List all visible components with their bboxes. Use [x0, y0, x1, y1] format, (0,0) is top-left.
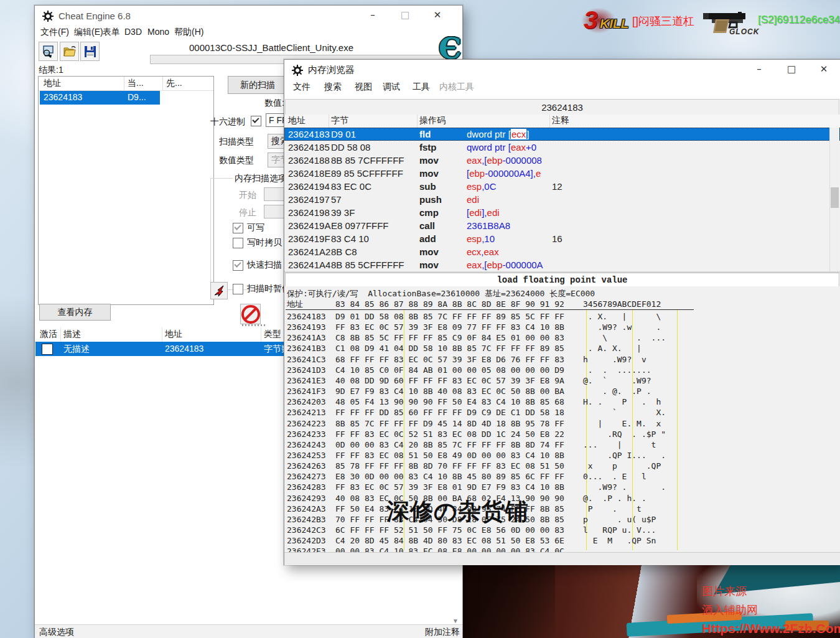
save-table-button[interactable]: [80, 42, 100, 61]
hex-header-bytes: 83 84 85 86 87 88 89 8A 8B 8C 8D 8E 8F 9…: [335, 299, 564, 309]
disasm-row[interactable]: 23624185DD 58 08fstpqword ptr [eax+0: [284, 141, 840, 154]
ct-col-address[interactable]: 地址: [165, 329, 182, 340]
ct-col-type[interactable]: 类型: [264, 329, 281, 340]
ct-col-description[interactable]: 描述: [63, 329, 81, 340]
disasm-row[interactable]: 2362419F83 C4 10addesp,1016: [284, 232, 840, 245]
mv-address-bar[interactable]: 23624183: [285, 99, 839, 116]
ce-menu-mono[interactable]: Mono: [147, 27, 169, 37]
mv-menu-kernel-tools[interactable]: 内核工具: [439, 82, 474, 93]
hex-row[interactable]: 2362420348 05 F4 13 90 90 90 FF 50 E4 83…: [287, 396, 840, 407]
ct-col-active[interactable]: 激活: [40, 329, 57, 340]
found-row[interactable]: 23624183 D9...: [39, 91, 213, 105]
view-memory-button[interactable]: 查看内存: [39, 304, 111, 321]
hex-row[interactable]: 236242D3C4 20 8D 45 84 8B 4D 80 83 EC 08…: [287, 535, 840, 546]
disasm-row[interactable]: 236241A48B 85 5CFFFFFFmoveax,[ebp-000000…: [284, 258, 840, 271]
cheat-row-active-checkbox[interactable]: [42, 344, 53, 355]
hex-row[interactable]: 23624283FF 83 EC 0C 57 39 3F E8 01 9D E7…: [287, 482, 840, 492]
advanced-options-link[interactable]: 高级选项: [39, 627, 74, 638]
hex-row[interactable]: 236241A3C8 8B 85 5C FF FF FF 85 C9 0F 84…: [287, 332, 840, 343]
hex-row[interactable]: 236242430D 00 00 83 C4 20 8B 85 7C FF FF…: [287, 439, 840, 450]
found-col-address[interactable]: 地址: [44, 78, 61, 89]
hex-row[interactable]: 236242E300 00 83 C4 10 83 EC 08 E8 00 00…: [287, 546, 840, 552]
hex-ascii: .W9? .w .: [583, 322, 661, 332]
watermark-line-1: 图片来源: [702, 582, 840, 601]
mv-minimize-button[interactable]: –: [743, 60, 775, 78]
hex-row[interactable]: 23624213FF FF FF DD 85 60 FF FF FF D9 C9…: [287, 407, 840, 418]
disasm-col-address[interactable]: 地址: [288, 115, 306, 126]
disasm-row[interactable]: 2362419AE8 0977FFFFcall2361B8A8: [284, 219, 840, 232]
disasm-scrollbar-thumb[interactable]: [831, 187, 839, 208]
disasm-opcode: call: [419, 219, 435, 232]
pause-while-scanning-checkbox[interactable]: [233, 284, 243, 294]
ce-close-button[interactable]: ✕: [421, 6, 454, 24]
ce-minimize-button[interactable]: –: [357, 6, 389, 24]
disasm-col-bytes[interactable]: 字节: [331, 115, 348, 126]
disasm-opcode: mov: [419, 167, 439, 180]
disasm-opcode: add: [419, 232, 436, 245]
found-col-previous[interactable]: 先...: [166, 78, 182, 89]
save-floppy-icon: [83, 45, 97, 59]
hex-row[interactable]: 236241C368 FF FF FF 83 EC 0C 57 39 3F E8…: [287, 354, 840, 365]
ce-titlebar[interactable]: Cheat Engine 6.8 – □ ✕: [35, 6, 462, 26]
found-row-value: D9...: [128, 92, 146, 102]
disasm-row[interactable]: 2362418E89 85 5CFFFFFFmov[ebp-000000A4],…: [284, 167, 840, 180]
hex-row[interactable]: 23624183D9 01 DD 58 08 8B 85 7C FF FF FF…: [287, 311, 840, 322]
hex-dump-view[interactable]: 保护:可执行/读/写 AllocationBase=23610000 基址=23…: [284, 286, 840, 552]
disasm-row[interactable]: 2362419483 EC 0Csubesp,0C12: [284, 180, 840, 193]
splitter-handle[interactable]: [242, 324, 267, 326]
disasm-row[interactable]: 2362419839 3Fcmp[edi],edi: [284, 206, 840, 219]
hex-row[interactable]: 236241F39D E7 F9 83 C4 10 8B 40 08 83 EC…: [287, 386, 840, 396]
mv-menu-file[interactable]: 文件: [293, 82, 310, 93]
mv-titlebar[interactable]: 内存浏览器 – □ ✕: [284, 60, 840, 80]
hex-row[interactable]: 236242238B 85 7C FF FF FF D9 45 14 8D 4D…: [287, 418, 840, 429]
disasm-row[interactable]: 236241A28B C8movecx,eax: [284, 245, 840, 258]
hex-row[interactable]: 236242C36C FF FF FF 52 51 50 FF 75 0C E8…: [287, 525, 840, 535]
comments-link[interactable]: 附加注释: [425, 627, 460, 638]
table-scroll-down-arrow[interactable]: ▼: [452, 617, 459, 624]
undo-scan-button[interactable]: [210, 282, 228, 299]
found-col-current[interactable]: 当...: [128, 78, 144, 89]
hex-row[interactable]: 236242A3FF 50 E4 83 C4 10 8D 4D 84 8B 95…: [287, 504, 840, 514]
mv-maximize-button[interactable]: □: [775, 60, 808, 78]
disasm-row[interactable]: 2362419757pushedi: [284, 193, 840, 206]
hex-row[interactable]: 23624253FF FF 83 EC 08 51 50 E8 49 0D 00…: [287, 450, 840, 461]
found-address-list[interactable]: 地址 当... 先... 23624183 D9...: [38, 76, 214, 305]
open-table-button[interactable]: [60, 42, 79, 61]
disasm-col-opcode[interactable]: 操作码: [419, 115, 446, 126]
fast-scan-checkbox[interactable]: [233, 260, 243, 271]
hex-row[interactable]: 236242B370 FF FF FF 83 C4 04 50 D8 28 0F…: [287, 514, 840, 525]
ce-maximize-button[interactable]: □: [389, 6, 421, 24]
hex-row[interactable]: 23624233FF FF 83 EC 0C 52 51 83 EC 08 DD…: [287, 429, 840, 439]
hex-row[interactable]: 236241B3C1 08 D9 41 04 DD 58 10 8B 85 7C…: [287, 343, 840, 354]
mv-menu-tools[interactable]: 工具: [413, 82, 430, 93]
hex-row[interactable]: 2362426385 78 FF FF FF 8B 8D 70 FF FF FF…: [287, 461, 840, 471]
hex-checkbox[interactable]: [251, 116, 261, 126]
hex-row[interactable]: 2362429340 08 83 EC 0C 50 8B 00 BA 68 02…: [287, 493, 840, 504]
red-arrow-icon: [213, 284, 225, 297]
cancel-scan-button[interactable]: [240, 304, 261, 324]
mv-menu-view[interactable]: 视图: [355, 82, 372, 93]
hex-ascii: . @. .P .: [583, 386, 651, 396]
ce-menu-file[interactable]: 文件(F): [40, 27, 69, 38]
hex-row[interactable]: 23624193FF 83 EC 0C 57 39 3F E8 09 77 FF…: [287, 322, 840, 332]
mv-close-button[interactable]: ✕: [808, 60, 840, 78]
disasm-address: 2362419A: [288, 219, 330, 232]
disasm-col-comment[interactable]: 注释: [552, 115, 569, 126]
mv-menu-search[interactable]: 搜索: [324, 82, 342, 93]
ce-menu-help[interactable]: 帮助(H): [174, 27, 203, 38]
ce-menu-edit[interactable]: 编辑(E): [74, 27, 103, 38]
select-process-button[interactable]: [39, 42, 58, 61]
disasm-row[interactable]: 236241888B 85 7CFFFFFFmoveax,[ebp-000000…: [284, 154, 840, 167]
ce-menu-d3d[interactable]: D3D: [124, 27, 142, 37]
copy-on-write-checkbox[interactable]: [233, 238, 243, 248]
ce-menu-table[interactable]: 表单: [103, 27, 120, 38]
disassembly-view[interactable]: 23624183D9 01flddword ptr [ecx]23624185D…: [284, 128, 840, 271]
mv-menu-debug[interactable]: 调试: [383, 82, 400, 93]
hex-row[interactable]: 236241D3C4 10 85 C0 0F 84 AB 01 00 00 05…: [287, 365, 840, 375]
hex-row[interactable]: 23624273E8 30 0D 00 00 83 C4 10 8B 45 80…: [287, 471, 840, 482]
hex-row[interactable]: 236241E340 08 DD 9D 60 FF FF FF 83 EC 0C…: [287, 375, 840, 386]
writable-checkbox[interactable]: [233, 223, 243, 233]
disasm-row[interactable]: 23624183D9 01flddword ptr [ecx]: [284, 128, 840, 141]
new-scan-button[interactable]: 新的扫描: [228, 76, 287, 94]
disasm-scrollbar[interactable]: [829, 128, 839, 271]
